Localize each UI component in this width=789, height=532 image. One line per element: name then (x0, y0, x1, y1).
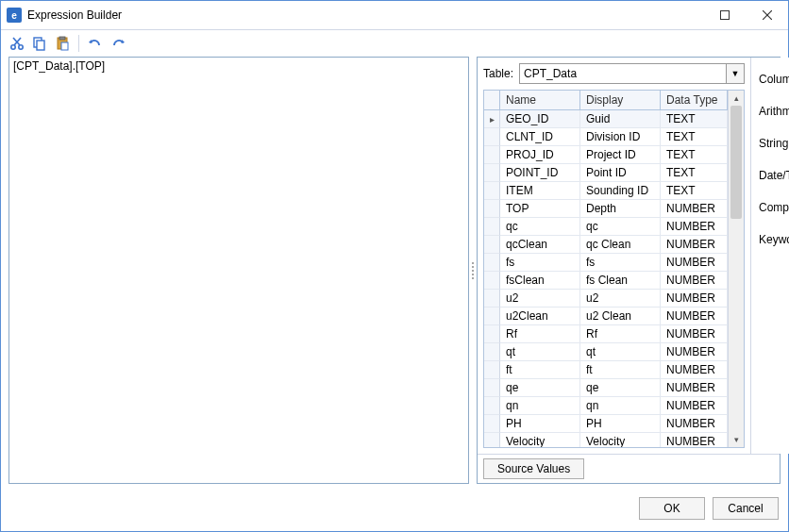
expression-builder-window: e Expression Builder (0, 0, 789, 532)
cell-datatype: NUMBER (661, 379, 728, 397)
row-header (484, 325, 500, 343)
scroll-thumb[interactable] (730, 106, 742, 219)
cell-display: u2 Clean (580, 308, 661, 325)
cell-name: qn (500, 397, 580, 415)
expression-input[interactable]: [CPT_Data].[TOP] (8, 57, 469, 484)
cell-name: Velocity (500, 433, 580, 447)
table-row[interactable]: qeqeNUMBER (484, 379, 728, 397)
cell-display: Sounding ID (580, 182, 661, 200)
table-combobox-input[interactable] (520, 64, 726, 83)
cell-name: Rf (500, 325, 580, 343)
row-header (484, 343, 500, 361)
category-tab-columns[interactable]: Columns (751, 63, 789, 95)
cell-name: u2 (500, 290, 580, 308)
cell-display: Velocity (580, 433, 661, 447)
splitter-handle[interactable] (469, 57, 477, 484)
cut-icon (9, 36, 25, 51)
category-tab-string[interactable]: String (751, 127, 789, 159)
close-button[interactable] (746, 1, 788, 29)
col-header-datatype[interactable]: Data Type (661, 91, 728, 110)
table-row[interactable]: qcCleanqc CleanNUMBER (484, 236, 728, 254)
cell-datatype: NUMBER (661, 415, 728, 433)
table-row[interactable]: PROJ_IDProject IDTEXT (484, 146, 728, 164)
cell-display: qe (580, 379, 661, 397)
table-row[interactable]: CLNT_IDDivision IDTEXT (484, 128, 728, 146)
cell-display: qt (580, 343, 661, 361)
row-header (484, 272, 500, 290)
table-combobox[interactable]: ▼ (519, 63, 745, 84)
maximize-icon (720, 10, 730, 20)
table-row[interactable]: POINT_IDPoint IDTEXT (484, 164, 728, 182)
cell-display: Rf (580, 325, 661, 343)
paste-icon (55, 36, 70, 51)
svg-rect-11 (61, 42, 68, 50)
undo-icon (88, 36, 103, 51)
table-row[interactable]: qnqnNUMBER (484, 397, 728, 415)
cell-datatype: TEXT (661, 164, 728, 182)
cell-display: ft (580, 361, 661, 379)
columns-grid-header: Name Display Data Type (484, 91, 728, 110)
cell-name: fsClean (500, 272, 580, 290)
window-title: Expression Builder (27, 8, 122, 22)
undo-button[interactable] (87, 35, 104, 52)
cell-name: ft (500, 361, 580, 379)
cancel-button[interactable]: Cancel (713, 497, 779, 520)
cell-name: qcClean (500, 236, 580, 254)
table-row[interactable]: TOPDepthNUMBER (484, 200, 728, 218)
cell-name: ITEM (500, 182, 580, 200)
svg-rect-0 (720, 11, 729, 20)
redo-button[interactable] (109, 35, 126, 52)
cell-datatype: NUMBER (661, 397, 728, 415)
category-tab-keyword[interactable]: Keyword (751, 224, 789, 256)
source-values-button[interactable]: Source Values (483, 458, 584, 479)
cell-name: PROJ_ID (500, 146, 580, 164)
cell-name: GEO_ID (500, 110, 580, 128)
table-row[interactable]: u2Cleanu2 CleanNUMBER (484, 308, 728, 325)
cell-display: fs Clean (580, 272, 661, 290)
table-row[interactable]: ftftNUMBER (484, 361, 728, 379)
cell-datatype: NUMBER (661, 200, 728, 218)
dialog-footer: OK Cancel (1, 491, 788, 531)
cell-name: PH (500, 415, 580, 433)
cell-display: Division ID (580, 128, 661, 146)
table-row[interactable]: VelocityVelocityNUMBER (484, 433, 728, 447)
table-row[interactable]: qtqtNUMBER (484, 343, 728, 361)
table-combobox-button[interactable]: ▼ (726, 64, 744, 83)
titlebar: e Expression Builder (1, 1, 788, 30)
table-row[interactable]: qcqcNUMBER (484, 218, 728, 236)
cell-datatype: NUMBER (661, 343, 728, 361)
columns-grid[interactable]: Name Display Data Type ▸GEO_IDGuidTEXTCL… (484, 91, 728, 447)
copy-icon (32, 36, 47, 51)
category-tab-arithmetic[interactable]: Arithmetic (751, 95, 789, 127)
maximize-button[interactable] (703, 1, 746, 29)
ok-button[interactable]: OK (639, 497, 705, 520)
row-header (484, 128, 500, 146)
category-tab-date-time[interactable]: Date/Time (751, 159, 789, 191)
category-tab-comparison[interactable]: Comparison (751, 191, 789, 224)
scroll-up-icon[interactable]: ▴ (729, 91, 744, 106)
table-row[interactable]: ▸GEO_IDGuidTEXT (484, 110, 728, 128)
cell-display: qc (580, 218, 661, 236)
table-row[interactable]: PHPHNUMBER (484, 415, 728, 433)
cell-datatype: NUMBER (661, 236, 728, 254)
col-header-name[interactable]: Name (500, 91, 580, 110)
redo-icon (110, 36, 126, 51)
close-icon (763, 10, 772, 20)
cell-display: Depth (580, 200, 661, 218)
grid-scrollbar[interactable]: ▴ ▾ (728, 91, 744, 447)
cell-datatype: NUMBER (661, 218, 728, 236)
paste-button[interactable] (54, 35, 71, 52)
table-row[interactable]: RfRfNUMBER (484, 325, 728, 343)
table-row[interactable]: ITEMSounding IDTEXT (484, 182, 728, 200)
copy-button[interactable] (31, 35, 48, 52)
table-row[interactable]: u2u2NUMBER (484, 290, 728, 308)
cut-button[interactable] (8, 35, 25, 52)
table-row[interactable]: fsCleanfs CleanNUMBER (484, 272, 728, 290)
cell-datatype: TEXT (661, 128, 728, 146)
cell-display: u2 (580, 290, 661, 308)
col-header-display[interactable]: Display (580, 91, 661, 110)
scroll-down-icon[interactable]: ▾ (729, 432, 744, 447)
cell-name: qt (500, 343, 580, 361)
cell-display: Guid (580, 110, 661, 128)
table-row[interactable]: fsfsNUMBER (484, 254, 728, 272)
